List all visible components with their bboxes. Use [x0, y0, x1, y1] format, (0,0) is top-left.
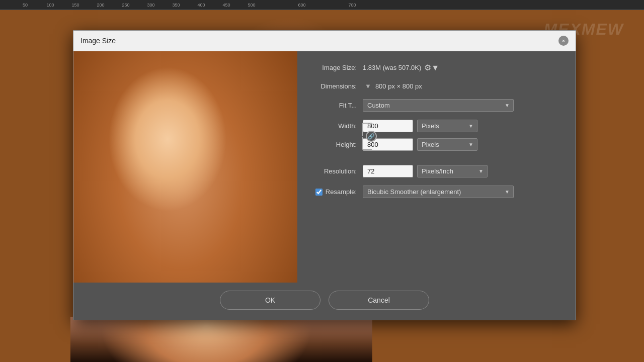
dimensions-value: 800 px × 800 px — [375, 82, 422, 90]
image-size-dialog: Image Size × Image Size: 1.83M (was 507.… — [73, 30, 576, 320]
preview-face — [73, 51, 297, 283]
resolution-label: Resolution: — [307, 167, 363, 175]
dialog-titlebar: Image Size × — [73, 31, 576, 51]
resample-label: Resample: — [307, 188, 363, 196]
fit-to-row: Fit T... Custom Original Size 1024×768 8… — [307, 99, 566, 112]
width-unit-wrapper: Pixels Percent Inches Centimeters ▼ — [417, 120, 477, 132]
image-preview — [73, 51, 297, 283]
dimensions-row: Dimensions: ▼ 800 px × 800 px — [307, 81, 566, 91]
height-label: Height: — [307, 141, 363, 148]
resample-method-select[interactable]: Automatic Preserve Details (enlargement)… — [363, 186, 514, 198]
image-size-value: 1.83M (was 507.0K) — [363, 64, 421, 71]
resample-label-text: Resample: — [326, 188, 357, 196]
fit-to-wrapper: Custom Original Size 1024×768 800×600 64… — [363, 99, 514, 112]
dimensions-dropdown-button[interactable]: ▼ — [363, 81, 373, 91]
width-input[interactable] — [363, 120, 413, 132]
width-unit-select[interactable]: Pixels Percent Inches Centimeters — [417, 120, 477, 132]
image-size-row: Image Size: 1.83M (was 507.0K) ⚙▼ — [307, 61, 566, 73]
resolution-unit-select[interactable]: Pixels/Inch Pixels/Centimeter — [417, 165, 488, 177]
height-row: Height: Pixels Percent Inches Centimeter… — [307, 138, 566, 151]
width-label: Width: — [307, 122, 363, 130]
resample-row: Resample: Automatic Preserve Details (en… — [307, 186, 566, 198]
fit-to-label: Fit T... — [307, 102, 363, 109]
ok-button[interactable]: OK — [220, 291, 320, 310]
resample-checkbox[interactable] — [315, 189, 323, 196]
close-button[interactable]: × — [558, 36, 569, 46]
resolution-input[interactable] — [363, 165, 413, 177]
height-input[interactable] — [363, 138, 413, 151]
dimensions-label: Dimensions: — [307, 82, 363, 90]
gear-button[interactable]: ⚙▼ — [424, 61, 436, 73]
dialog-body: Image Size: 1.83M (was 507.0K) ⚙▼ Dimens… — [73, 51, 576, 283]
cancel-button[interactable]: Cancel — [329, 291, 429, 310]
controls-panel: Image Size: 1.83M (was 507.0K) ⚙▼ Dimens… — [297, 51, 576, 283]
width-height-section: 🔗 Width: Pixels Percent Inches Centimete… — [307, 120, 566, 153]
image-size-label: Image Size: — [307, 64, 363, 71]
dialog-overlay: Image Size × Image Size: 1.83M (was 507.… — [0, 0, 644, 362]
height-unit-select[interactable]: Pixels Percent Inches Centimeters — [417, 138, 477, 151]
resolution-unit-wrapper: Pixels/Inch Pixels/Centimeter ▼ — [417, 165, 488, 177]
width-row: Width: Pixels Percent Inches Centimeters… — [307, 120, 566, 132]
resolution-row: Resolution: Pixels/Inch Pixels/Centimete… — [307, 165, 566, 177]
fit-to-select[interactable]: Custom Original Size 1024×768 800×600 64… — [363, 99, 514, 112]
dialog-footer: OK Cancel — [73, 283, 576, 320]
dialog-title: Image Size — [80, 37, 116, 45]
height-unit-wrapper: Pixels Percent Inches Centimeters ▼ — [417, 138, 477, 151]
resample-method-wrapper: Automatic Preserve Details (enlargement)… — [363, 186, 514, 198]
